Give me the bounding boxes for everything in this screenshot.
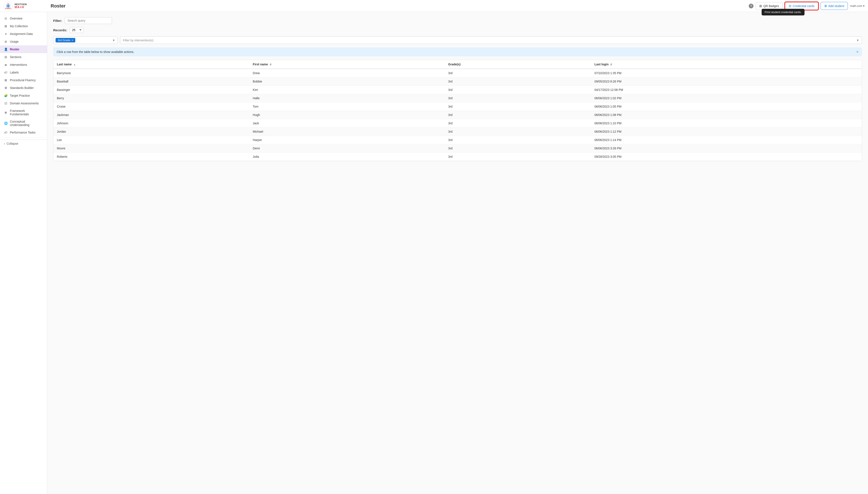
filter-label: Filter: (53, 19, 62, 22)
assignment-data-icon: ≡ (4, 32, 8, 36)
table-body: Barrymore Drew 3rd 07/10/2023 1:35 PM Ba… (53, 69, 862, 161)
cell-first-name: Kim (250, 86, 445, 94)
page-title: Roster (51, 3, 749, 9)
cell-last-name: Jordan (53, 128, 250, 136)
grade-dropdown-arrow: ▼ (112, 39, 115, 42)
sidebar-item-sections[interactable]: ⊟ Sections (0, 53, 47, 61)
last-name-sort-icon: ▲ (73, 63, 76, 66)
records-select[interactable]: 10 25 50 100 (70, 27, 84, 33)
table-row[interactable]: Cruise Tom 3rd 06/06/2023 1:05 PM (53, 102, 862, 111)
sidebar-label-procedural-fluency: Procedural Fluency (10, 78, 36, 82)
sidebar-collapse-button[interactable]: ‹ Collapse (0, 139, 47, 148)
sidebar-item-framework-fundamentals[interactable]: ⊕ Framework Fundamentals (0, 107, 47, 118)
topbar-actions: ? Print student credential cards. ⊞ QR B… (749, 2, 865, 10)
sidebar-item-performance-tasks[interactable]: 🏷 Performance Tasks (0, 129, 47, 136)
cell-last-name: Berry (53, 94, 250, 102)
cell-last-login: 04/17/2023 12:08 PM (591, 86, 862, 94)
sidebar-item-interventions[interactable]: ≣ Interventions (0, 61, 47, 69)
help-icon[interactable]: ? (749, 4, 754, 8)
cell-last-name: Bassinger (53, 86, 250, 94)
sidebar-item-standards-builder[interactable]: ⚙ Standards Builder (0, 84, 47, 92)
sidebar-label-framework-fundamentals: Framework Fundamentals (10, 109, 43, 116)
cell-grades: 3rd (445, 119, 591, 128)
info-banner-close[interactable]: × (856, 50, 858, 54)
cell-last-login: 06/06/2023 1:08 PM (591, 111, 862, 119)
add-student-label: Add student (828, 4, 844, 8)
qr-badges-label: QR Badges (763, 4, 779, 8)
cell-first-name: Michael (250, 128, 445, 136)
sidebar-item-target-practice[interactable]: 🧩 Target Practice (0, 92, 47, 99)
table-row[interactable]: Moore Demi 3rd 06/06/2023 3:26 PM (53, 144, 862, 153)
sidebar-item-roster[interactable]: 👤 Roster (0, 45, 47, 53)
table-row[interactable]: Barrymore Drew 3rd 07/10/2023 1:35 PM (53, 69, 862, 77)
grade-tag-remove[interactable]: × (72, 39, 73, 42)
cell-grades: 3rd (445, 102, 591, 111)
user-menu[interactable]: math.com ▾ (850, 4, 865, 7)
topbar: NEXTGEN NEXTGEN MA+H Roster ? Print stud… (0, 0, 868, 12)
cell-first-name: Tom (250, 102, 445, 111)
cell-grades: 3rd (445, 144, 591, 153)
col-last-name[interactable]: Last name ▲ (53, 60, 250, 69)
last-login-sort-icon: ⇵ (610, 63, 612, 66)
intervention-dropdown-arrow: ▼ (856, 39, 859, 42)
cell-grades: 3rd (445, 69, 591, 77)
sidebar-item-overview[interactable]: ⊙ Overview (0, 15, 47, 22)
col-grades: Grade(s) (445, 60, 591, 69)
search-input[interactable] (65, 17, 112, 24)
grade-filter[interactable]: 3rd Grade × ▼ (53, 36, 117, 44)
cell-grades: 3rd (445, 111, 591, 119)
grade-tag-label: 3rd Grade (58, 39, 70, 42)
sidebar-item-domain-assessments[interactable]: ☑ Domain Assessments (0, 99, 47, 107)
add-student-button[interactable]: ⊕ Add student (820, 2, 848, 10)
cell-last-name: Barrymore (53, 69, 250, 77)
table-row[interactable]: Baseball Bobbie 3rd 09/05/2023 8:26 PM (53, 77, 862, 86)
roster-table: Last name ▲ First name ⇵ Grade(s) Last l… (53, 60, 862, 161)
cell-grades: 3rd (445, 94, 591, 102)
cell-last-login: 09/05/2023 8:26 PM (591, 77, 862, 86)
cell-last-name: Cruise (53, 102, 250, 111)
overview-icon: ⊙ (4, 17, 8, 20)
svg-text:NEXTGEN: NEXTGEN (5, 8, 11, 9)
table-row[interactable]: Berry Halle 3rd 06/06/2023 1:02 PM (53, 94, 862, 102)
cell-last-login: 06/06/2023 1:10 PM (591, 119, 862, 128)
table-row[interactable]: Lee Harper 3rd 06/06/2023 1:14 PM (53, 136, 862, 144)
grade-tag: 3rd Grade × (56, 38, 75, 42)
sidebar-label-labels: Labels (10, 71, 19, 74)
roster-table-container: Last name ▲ First name ⇵ Grade(s) Last l… (53, 60, 862, 161)
cell-last-name: Johnson (53, 119, 250, 128)
cell-first-name: Harper (250, 136, 445, 144)
table-row[interactable]: Jackman Hugh 3rd 06/06/2023 1:08 PM (53, 111, 862, 119)
intervention-placeholder: Filter by intervention(s) (123, 39, 854, 42)
sidebar-item-conceptual-understanding[interactable]: 🌐 Conceptual Understanding (0, 118, 47, 129)
intervention-filter[interactable]: Filter by intervention(s) ▼ (120, 36, 862, 44)
sidebar-item-assignment-data[interactable]: ≡ Assignment Data (0, 30, 47, 38)
sidebar-label-interventions: Interventions (10, 63, 27, 66)
table-row[interactable]: Roberts Julia 3rd 09/28/2023 3:05 PM (53, 153, 862, 161)
first-name-sort-icon: ⇵ (270, 63, 272, 66)
sidebar-label-sections: Sections (10, 55, 21, 59)
col-first-name[interactable]: First name ⇵ (250, 60, 445, 69)
procedural-fluency-icon: ⊞ (4, 78, 8, 82)
target-practice-icon: 🧩 (4, 94, 8, 97)
col-last-login[interactable]: Last login ⇵ (591, 60, 862, 69)
info-banner: Click a row from the table below to show… (53, 48, 862, 56)
cell-grades: 3rd (445, 136, 591, 144)
sidebar-item-labels[interactable]: 🏷 Labels (0, 69, 47, 76)
cell-grades: 3rd (445, 153, 591, 161)
qr-icon: ⊞ (759, 4, 762, 8)
cell-last-login: 07/10/2023 1:35 PM (591, 69, 862, 77)
sidebar-label-performance-tasks: Performance Tasks (10, 131, 36, 134)
filters-row: 3rd Grade × ▼ Filter by intervention(s) … (53, 36, 862, 44)
table-row[interactable]: Bassinger Kim 3rd 04/17/2023 12:08 PM (53, 86, 862, 94)
cell-last-login: 06/06/2023 3:26 PM (591, 144, 862, 153)
conceptual-understanding-icon: 🌐 (4, 121, 8, 125)
sidebar-item-procedural-fluency[interactable]: ⊞ Procedural Fluency (0, 76, 47, 84)
sidebar-item-my-collection[interactable]: ⊞ My Collection (0, 22, 47, 30)
table-row[interactable]: Jordan Michael 3rd 06/06/2023 1:12 PM (53, 128, 862, 136)
collapse-label: Collapse (7, 142, 18, 145)
credential-icon: ⊟ (789, 4, 791, 8)
usage-icon: ⊘ (4, 40, 8, 43)
sidebar-item-usage[interactable]: ⊘ Usage (0, 38, 47, 45)
table-row[interactable]: Johnson Jack 3rd 06/06/2023 1:10 PM (53, 119, 862, 128)
cell-last-login: 06/06/2023 1:14 PM (591, 136, 862, 144)
